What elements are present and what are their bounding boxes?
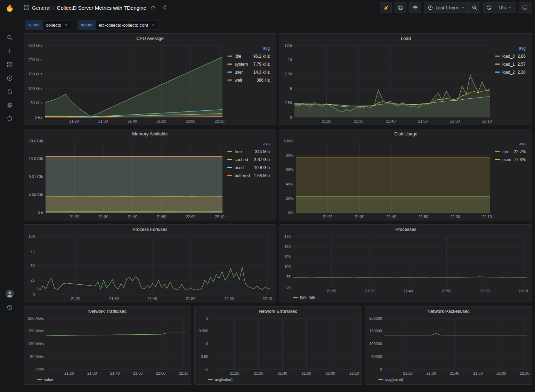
- dashboard-settings-button[interactable]: [409, 2, 421, 13]
- time-series-chart[interactable]: 0 b4.66 Gib9.31 Gib14.0 Gib18.6 Gib21:20…: [26, 138, 225, 220]
- star-dashboard-button[interactable]: [148, 3, 157, 12]
- legend-stat-header[interactable]: avg: [227, 44, 270, 52]
- explore-button[interactable]: [0, 71, 19, 85]
- series-avg-value: 10.8 Gib: [254, 165, 270, 170]
- svg-text:21:20: 21:20: [64, 371, 74, 375]
- user-avatar[interactable]: [0, 287, 19, 300]
- series-avg-value: 7.79 kHz: [253, 62, 270, 67]
- time-series-chart[interactable]: 025507510021:2021:3021:4021:5022:0022:10: [26, 234, 274, 302]
- template-variables-row: server collectd mount etc-collectd-colle…: [19, 15, 535, 33]
- legend-item-wait[interactable]: wait386 Hz: [227, 76, 270, 84]
- panel-title[interactable]: Process Fork/sec: [24, 225, 276, 234]
- legend-item-system[interactable]: system7.79 kHz: [227, 60, 270, 68]
- server-admin-button[interactable]: [0, 112, 19, 125]
- legend-item-used[interactable]: used10.8 Gib: [227, 164, 270, 172]
- svg-text:21:20: 21:20: [71, 297, 81, 301]
- navbar-actions: Last 1 hour 10s: [380, 2, 531, 13]
- alerting-button[interactable]: [0, 85, 19, 98]
- svg-text:21:40: 21:40: [147, 297, 157, 301]
- panel-title[interactable]: Network Errors/sec: [195, 307, 362, 316]
- legend-item-fork_rate[interactable]: fork_rate: [293, 295, 315, 299]
- variable-value-dropdown[interactable]: etc-collectd-collectd.conf: [96, 20, 159, 30]
- time-range-picker[interactable]: Last 1 hour: [424, 2, 469, 13]
- svg-text:10: 10: [288, 58, 292, 62]
- dashboards-button[interactable]: [0, 58, 19, 71]
- series-name: wait: [235, 78, 242, 83]
- legend-item-cached[interactable]: cached3.67 Gib: [227, 156, 270, 164]
- svg-text:0 b: 0 b: [38, 211, 43, 215]
- series-name: load_0: [502, 54, 515, 59]
- legend-item-value[interactable]: value: [37, 377, 53, 382]
- svg-text:21:50: 21:50: [156, 119, 166, 123]
- svg-text:22:10: 22:10: [482, 119, 492, 123]
- panel-title[interactable]: Memory Available: [24, 129, 276, 138]
- legend-stat-header[interactable]: avg: [495, 140, 526, 148]
- panel-title[interactable]: Load: [280, 34, 532, 43]
- legend-item-avg-value-[interactable]: avg(value): [208, 377, 233, 382]
- kiosk-mode-button[interactable]: [519, 2, 531, 13]
- svg-text:21:30: 21:30: [99, 215, 108, 219]
- time-series-chart[interactable]: 507510012515017521:2021:3021:4021:5022:0…: [282, 234, 530, 294]
- dashboard-row: Network Traffic/sec 0 b/s50 Mb/s100 Mb/s…: [24, 306, 532, 385]
- grafana-flame-icon: [5, 3, 15, 13]
- time-series-chart[interactable]: 0 Hz50 kHz100 kHz150 kHz200 kHz250 kHz21…: [26, 43, 225, 125]
- legend-stat-header[interactable]: avg: [227, 140, 270, 148]
- svg-text:22:10: 22:10: [215, 215, 225, 219]
- breadcrumb-folder[interactable]: General: [32, 5, 50, 11]
- search-button[interactable]: [0, 31, 19, 44]
- legend-item-load_1[interactable]: load_12.57: [495, 60, 526, 68]
- svg-text:0: 0: [33, 293, 35, 297]
- time-series-chart[interactable]: 05000010000015000020000021:2021:3021:402…: [367, 316, 530, 377]
- svg-text:0 Hz: 0 Hz: [34, 115, 42, 119]
- refresh-button[interactable]: [483, 2, 495, 13]
- svg-text:22:00: 22:00: [186, 119, 195, 123]
- save-icon: [398, 5, 403, 10]
- grafana-logo[interactable]: [0, 0, 19, 16]
- panel-title[interactable]: Processes: [280, 225, 532, 234]
- panel-network-errors-sec: Network Errors/sec -1-0.5000.500121:2021…: [194, 306, 362, 385]
- legend-item-free[interactable]: free344 Mib: [227, 148, 270, 156]
- time-series-chart[interactable]: 02.5057.501012.521:2021:3021:4021:5022:0…: [282, 43, 493, 125]
- save-dashboard-button[interactable]: [395, 2, 406, 13]
- zoom-out-button[interactable]: [469, 2, 480, 13]
- add-panel-button[interactable]: [380, 2, 392, 13]
- series-avg-value: 2.57: [518, 62, 526, 67]
- svg-text:21:40: 21:40: [277, 371, 287, 375]
- panel-title[interactable]: Network Packets/sec: [365, 307, 532, 316]
- svg-text:21:20: 21:20: [403, 371, 413, 375]
- dashboard-row: Process Fork/sec 025507510021:2021:3021:…: [24, 224, 532, 302]
- variable-mount[interactable]: mount etc-collectd-collectd.conf: [78, 20, 159, 30]
- help-button[interactable]: ?: [0, 300, 19, 314]
- series-avg-value: 2.86: [518, 54, 526, 59]
- refresh-interval-label: 10s: [498, 5, 506, 10]
- configuration-button[interactable]: [0, 98, 19, 112]
- panel-title[interactable]: Network Traffic/sec: [24, 307, 191, 316]
- legend-item-buffered[interactable]: buffered1.68 Mib: [227, 172, 270, 180]
- legend-item-avg-value-[interactable]: avg(value): [378, 377, 403, 382]
- time-series-chart[interactable]: -1-0.5000.500121:2021:3021:4021:5022:002…: [197, 316, 359, 377]
- time-series-chart[interactable]: 0%20%40%60%80%100%21:2021:3021:4021:5022…: [282, 138, 493, 220]
- dashboard-grid: CPU Average 0 Hz50 kHz100 kHz150 kHz200 …: [19, 33, 535, 385]
- create-button[interactable]: [0, 44, 19, 58]
- panel-title[interactable]: CPU Average: [24, 34, 276, 43]
- series-name: free: [235, 149, 242, 154]
- legend-item-load_0[interactable]: load_02.86: [495, 52, 526, 60]
- svg-text:9.31 Gib: 9.31 Gib: [29, 175, 43, 179]
- share-dashboard-button[interactable]: [160, 3, 169, 12]
- legend-item-load_2[interactable]: load_22.38: [495, 68, 526, 76]
- legend-stat-header[interactable]: avg: [495, 44, 526, 52]
- svg-text:?: ?: [9, 306, 10, 309]
- svg-text:21:30: 21:30: [355, 215, 365, 219]
- svg-text:100: 100: [29, 234, 35, 239]
- dashboards-grid-icon: [7, 61, 13, 68]
- series-color-swatch: [227, 175, 232, 176]
- variable-server[interactable]: server collectd: [25, 20, 72, 30]
- legend-item-free[interactable]: free22.7%: [495, 148, 526, 156]
- legend-item-idle[interactable]: idle96.2 kHz: [227, 52, 270, 60]
- panel-title[interactable]: Disk Usage: [280, 129, 532, 138]
- svg-text:21:30: 21:30: [427, 371, 436, 375]
- legend-item-user[interactable]: user14.3 kHz: [227, 68, 270, 76]
- time-series-chart[interactable]: 0 b/s50 Mb/s100 Mb/s150 Mb/s200 Mb/s21:2…: [26, 316, 189, 377]
- legend-item-used[interactable]: used77.3%: [495, 156, 526, 164]
- refresh-interval-dropdown[interactable]: 10s: [495, 2, 516, 13]
